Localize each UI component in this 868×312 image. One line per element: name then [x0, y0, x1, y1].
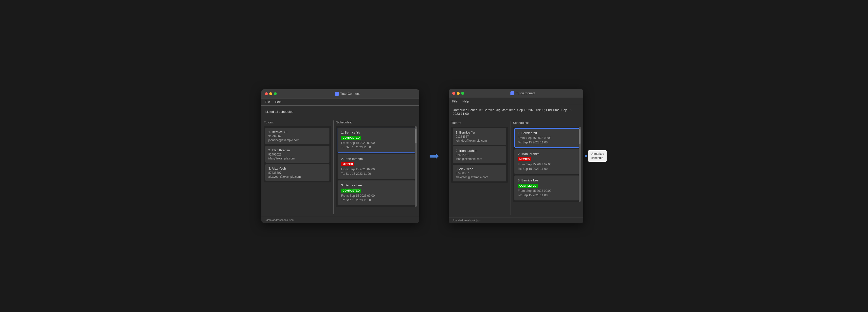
left-schedule-3-name: 3. Bernice Lee: [341, 183, 412, 187]
right-schedule-2-from: From: Sep 15 2023 09:00: [518, 162, 576, 167]
right-arrow-icon: ➡: [429, 150, 439, 162]
right-window-title: TutorConnect: [466, 91, 580, 95]
left-schedule-1-name: 1. Bernice Yu: [341, 131, 412, 134]
right-schedule-3-name: 3. Bernice Lee: [518, 178, 576, 182]
unmarked-schedule-tooltip: Unmarked schedule: [588, 150, 607, 162]
left-tutor-2-name: 2. Irfan Ibrahim: [268, 148, 327, 152]
left-traffic-lights: [265, 92, 277, 95]
left-schedule-3-from: From: Sep 15 2023 09:00: [341, 194, 412, 198]
left-file-menu[interactable]: File: [265, 100, 270, 104]
right-tutor-1[interactable]: 1. Bernice Yu 91234567 johndoe@example.c…: [453, 128, 506, 145]
left-schedule-1-status: COMPLETED: [341, 136, 361, 140]
right-minimize-button[interactable]: [457, 92, 460, 95]
right-vertical-separator: [510, 121, 510, 215]
right-schedule-1-to: To: Sep 15 2023 11:00: [518, 140, 576, 145]
right-schedules-scrollbar[interactable]: [579, 126, 581, 202]
right-schedules-list: 1. Bernice Yu From: Sep 15 2023 09:00 To…: [513, 126, 581, 202]
tooltip-connector: Unmarked schedule: [585, 150, 607, 162]
right-footer: ./data/addressbook.json: [449, 217, 583, 223]
right-tutor-3-email: alexyeoh@example.com: [456, 175, 503, 179]
right-tutor-3-name: 3. Alex Yeoh: [456, 167, 503, 171]
left-schedule-2-to: To: Sep 15 2023 11:00: [341, 172, 412, 176]
right-schedule-2[interactable]: 2. Irfan Ibrahim MISSED From: Sep 15 202…: [515, 149, 579, 174]
right-schedule-2-name: 2. Irfan Ibrahim: [518, 152, 576, 156]
left-content-area: Tutors: 1. Bernice Yu 91234567 johndoe@e…: [261, 118, 419, 217]
right-schedule-1-from: From: Sep 15 2023 09:00: [518, 136, 576, 140]
arrow-container: ➡: [427, 150, 441, 162]
left-schedule-2-from: From: Sep 15 2023 09:00: [341, 167, 412, 172]
left-tutor-2-phone: 92492021: [268, 153, 327, 156]
left-schedule-2[interactable]: 2. Irfan Ibrahim MISSED From: Sep 15 202…: [338, 154, 415, 179]
left-schedules-scrollbar[interactable]: [415, 126, 417, 207]
left-schedule-1-to: To: Sep 15 2023 11:00: [341, 145, 412, 149]
right-help-menu[interactable]: Help: [462, 100, 469, 103]
right-scrollbar-thumb: [579, 129, 581, 144]
left-tutor-2-email: irfan@example.com: [268, 157, 327, 160]
left-window-title: TutorConnect: [279, 92, 416, 96]
right-tutors-panel: Tutors: 1. Bernice Yu 91234567 johndoe@e…: [451, 121, 508, 215]
right-schedules-label: Schedules:: [513, 121, 581, 125]
left-schedule-3[interactable]: 3. Bernice Lee COMPLETED From: Sep 15 20…: [338, 180, 415, 205]
right-tutor-2-name: 2. Irfan Ibrahim: [456, 149, 503, 152]
right-traffic-lights: [452, 92, 464, 95]
right-tutors-label: Tutors:: [451, 121, 508, 125]
left-window: TutorConnect File Help Listed all schedu…: [261, 89, 419, 223]
left-schedule-1[interactable]: 1. Bernice Yu COMPLETED From: Sep 15 202…: [338, 127, 415, 152]
left-tutors-panel: Tutors: 1. Bernice Yu 91234567 johndoe@e…: [264, 120, 331, 214]
left-schedule-1-from: From: Sep 15 2023 09:00: [341, 141, 412, 145]
right-tutor-1-email: johndoe@example.com: [456, 139, 503, 142]
left-schedules-list: 1. Bernice Yu COMPLETED From: Sep 15 202…: [336, 126, 417, 207]
left-help-menu[interactable]: Help: [275, 100, 282, 104]
tooltip-container: Unmarked schedule: [585, 150, 607, 162]
left-schedule-2-name: 2. Irfan Ibrahim: [341, 157, 412, 161]
right-tutor-2-phone: 92492021: [456, 153, 503, 157]
right-tutor-2[interactable]: 2. Irfan Ibrahim 92492021 irfan@example.…: [453, 146, 506, 163]
page-container: TutorConnect File Help Listed all schedu…: [261, 89, 607, 223]
left-tutor-2[interactable]: 2. Irfan Ibrahim 92492021 irfan@example.…: [265, 146, 330, 163]
left-schedule-2-status: MISSED: [341, 162, 354, 166]
left-tutors-label: Tutors:: [264, 120, 331, 124]
right-menu-bar: File Help: [449, 98, 583, 105]
left-tutor-3-name: 3. Alex Yeoh: [268, 167, 327, 170]
left-schedules-label: Schedules:: [336, 120, 417, 124]
right-tutor-2-email: irfan@example.com: [456, 157, 503, 161]
right-schedule-3-to: To: Sep 15 2023 11:00: [518, 193, 576, 197]
right-schedule-3-status: COMPLETED: [518, 183, 538, 188]
left-footer: ./data/addressbook.json: [261, 217, 419, 223]
left-minimize-button[interactable]: [269, 92, 272, 95]
right-schedule-2-to: To: Sep 15 2023 11:00: [518, 167, 576, 171]
right-schedule-1[interactable]: 1. Bernice Yu From: Sep 15 2023 09:00 To…: [515, 128, 579, 148]
right-tutors-list: 1. Bernice Yu 91234567 johndoe@example.c…: [451, 126, 508, 183]
left-schedule-3-to: To: Sep 15 2023 11:00: [341, 198, 412, 202]
left-tutor-3[interactable]: 3. Alex Yeoh 87438807 alexyeoh@example.c…: [265, 164, 330, 181]
left-tutors-list: 1. Bernice Yu 91234567 johndoe@example.c…: [264, 126, 331, 182]
right-tutor-1-name: 1. Bernice Yu: [456, 131, 503, 134]
left-maximize-button[interactable]: [274, 92, 277, 95]
right-tutor-1-phone: 91234567: [456, 135, 503, 139]
right-schedule-3-from: From: Sep 15 2023 09:00: [518, 189, 576, 193]
right-window-area: TutorConnect File Help Unmarked Schedule…: [449, 89, 607, 223]
tooltip-dot: [585, 155, 587, 157]
right-schedule-3[interactable]: 3. Bernice Lee COMPLETED From: Sep 15 20…: [515, 175, 579, 200]
left-scrollbar-thumb: [415, 129, 416, 143]
right-title-bar: TutorConnect: [449, 89, 583, 98]
right-tutor-3[interactable]: 3. Alex Yeoh 87438807 alexyeoh@example.c…: [453, 165, 506, 181]
left-tutor-1-phone: 91234567: [268, 135, 327, 138]
left-schedule-3-status: COMPLETED: [341, 189, 361, 193]
left-tutor-3-email: alexyeoh@example.com: [268, 175, 327, 178]
right-tutor-3-phone: 87438807: [456, 172, 503, 175]
left-vertical-separator: [333, 120, 334, 214]
right-file-menu[interactable]: File: [452, 100, 458, 103]
left-tutor-1[interactable]: 1. Bernice Yu 91234567 johndoe@example.c…: [265, 127, 330, 144]
left-status-bar: Listed all schedules: [261, 106, 419, 118]
right-schedule-2-status: MISSED: [518, 157, 531, 161]
left-title-bar: TutorConnect: [261, 89, 419, 98]
right-close-button[interactable]: [452, 92, 455, 95]
left-tutor-1-name: 1. Bernice Yu: [268, 130, 327, 134]
left-close-button[interactable]: [265, 92, 268, 95]
right-status-bar: Unmarked Schedule: Bernice Yu; Start Tim…: [449, 105, 583, 118]
right-window: TutorConnect File Help Unmarked Schedule…: [449, 89, 583, 223]
right-maximize-button[interactable]: [461, 92, 464, 95]
left-schedules-panel: Schedules: 1. Bernice Yu COMPLETED From:…: [336, 120, 417, 214]
right-schedule-1-name: 1. Bernice Yu: [518, 131, 576, 135]
